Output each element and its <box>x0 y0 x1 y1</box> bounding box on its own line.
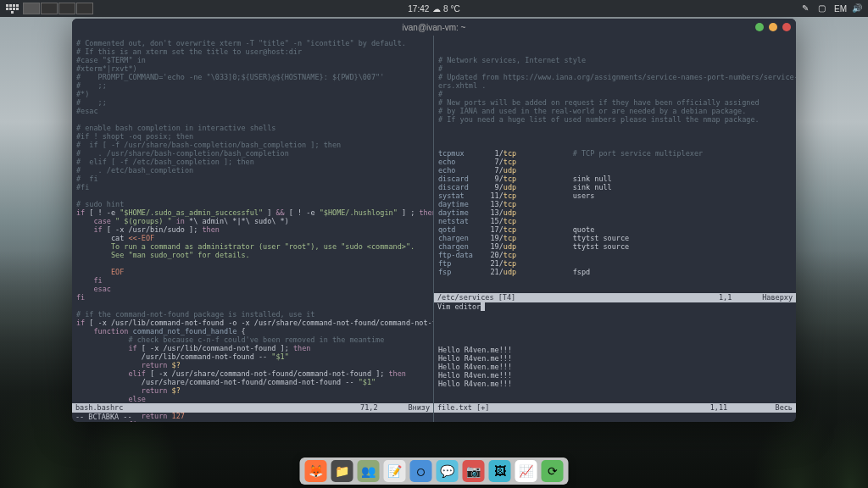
dock-text-editor-icon[interactable]: 📝 <box>384 460 406 482</box>
code-line: # . /usr/share/bash-completion/bash_comp… <box>76 149 429 158</box>
top-panel: 17:42 ☁ 8 °C ✎ ▢ EM 🔊 <box>0 0 868 17</box>
vim-cmdline-right <box>434 413 796 422</box>
dock-chat-icon[interactable]: 💬 <box>437 460 459 482</box>
code-line: #if ! shopt -oq posix; then <box>76 132 429 141</box>
service-row: ftp 21/tcp <box>438 259 792 268</box>
vim-editor-text: Vim editor <box>434 302 796 312</box>
vim-pane-right-bottom[interactable]: Hello R4ven.me!!!Hello R4ven.me!!!Hello … <box>434 312 796 403</box>
code-line <box>76 191 429 200</box>
code-line: cat <<-EOF <box>76 234 429 242</box>
dock-camera-icon[interactable]: 📷 <box>463 460 485 482</box>
volume-icon[interactable]: 🔊 <box>852 3 863 14</box>
code-line: if [ -x /usr/lib/command-not-found -o -x… <box>76 319 429 327</box>
dock-users-icon[interactable]: 👥 <box>358 460 380 482</box>
status-file: bash.bashrc <box>75 403 123 413</box>
vim-pane-left[interactable]: # Commented out, don't overwrite xterm -… <box>72 36 434 422</box>
dock-firefox-icon[interactable]: 🦊 <box>305 460 327 482</box>
code-line: # by IANA and used in the real-world or … <box>438 107 792 115</box>
minimize-button[interactable] <box>755 23 764 31</box>
service-row: tcpmux 1/tcp # TCP port service multiple… <box>438 149 792 158</box>
vim-mode: -- ВСТАВКА -- <box>72 413 433 422</box>
service-row: daytime 13/tcp <box>438 200 792 208</box>
code-line: To run a command as administrator (user … <box>76 242 429 251</box>
service-row: systat 11/tcp users <box>438 191 792 200</box>
close-button[interactable] <box>782 23 791 31</box>
weather[interactable]: ☁ 8 °C <box>432 4 459 14</box>
text-line: Hello R4ven.me!!! <box>438 354 792 363</box>
dock-updates-icon[interactable]: ⟳ <box>542 460 564 482</box>
code-line: /usr/lib/command-not-found -- "$1" <box>76 352 429 361</box>
code-line: return $? <box>76 386 429 395</box>
dock-chromium-icon[interactable]: ◯ <box>410 460 432 482</box>
titlebar[interactable]: ivan@ivan-vm: ~ <box>72 19 796 36</box>
text-line: Hello R4ven.me!!! <box>438 346 792 354</box>
code-line: # PROMPT_COMMAND='echo -ne "\033]0;${USE… <box>76 73 429 81</box>
service-row: netstat 15/tcp <box>438 217 792 225</box>
code-line: # if [ -f /usr/share/bash-completion/bas… <box>76 141 429 149</box>
code-line: else <box>76 395 429 403</box>
code-line: # check because c-n-f could've been remo… <box>76 336 429 344</box>
code-line: if [ ! -e "$HOME/.sudo_as_admin_successf… <box>76 208 429 217</box>
service-row: discard 9/udp sink null <box>438 183 792 191</box>
applications-icon[interactable] <box>5 2 19 15</box>
code-line: # ;; <box>76 98 429 107</box>
code-line: See "man sudo_root" for details. <box>76 251 429 259</box>
code-line <box>76 302 429 310</box>
code-line: # ;; <box>76 81 429 90</box>
code-line <box>76 259 429 268</box>
code-line: #xterm*|rxvt*) <box>76 64 429 73</box>
text-line: Hello R4ven.me!!! <box>438 371 792 380</box>
code-line: #fi <box>76 183 429 191</box>
maximize-button[interactable] <box>769 23 777 31</box>
code-line: elif [ -x /usr/share/command-not-found/c… <box>76 369 429 378</box>
service-row: discard 9/tcp sink null <box>438 175 792 183</box>
code-line: # Commented out, don't overwrite xterm -… <box>76 39 429 47</box>
statusline-left: bash.bashrc 71,2 Внизу <box>72 403 433 413</box>
workspace-3[interactable] <box>58 3 75 14</box>
square-icon[interactable]: ▢ <box>818 3 829 14</box>
dock: 🦊📁👥📝◯💬📷🖼📈⟳ <box>300 458 569 485</box>
workspace-4[interactable] <box>76 3 93 14</box>
code-line: # New ports will be added on request if … <box>438 98 792 107</box>
code-line: /usr/share/command-not-found/command-not… <box>76 378 429 386</box>
service-row: echo 7/tcp <box>438 158 792 166</box>
code-line: # fi <box>76 175 429 183</box>
code-line: return $? <box>76 361 429 369</box>
code-line <box>76 115 429 124</box>
workspace-2[interactable] <box>41 3 58 14</box>
statusline-right-bottom: file.txt [+] 1,11 Весь <box>434 403 796 413</box>
code-line: # Network services, Internet style <box>438 56 792 64</box>
service-row: fsp 21/udp fspd <box>438 268 792 276</box>
statusline-right-top: /etc/services [T4] 1,1 Наверху <box>434 293 796 302</box>
dock-monitor-icon[interactable]: 📈 <box>515 460 537 482</box>
code-line: ers.xhtml . <box>438 81 792 90</box>
code-line: #case "$TERM" in <box>76 56 429 64</box>
code-line: fi <box>76 293 429 302</box>
code-line: # <box>438 64 792 73</box>
keyboard-layout[interactable]: EM <box>834 4 847 14</box>
code-line: #esac <box>76 107 429 115</box>
vim-pane-right-top[interactable]: # Network services, Internet style## Upd… <box>434 36 796 293</box>
clock[interactable]: 17:42 <box>408 4 429 14</box>
service-row: chargen 19/tcp ttytst source <box>438 234 792 242</box>
code-line: fi <box>76 276 429 285</box>
code-line: # If this is an xterm set the title to u… <box>76 47 429 56</box>
service-row: chargen 19/udp ttytst source <box>438 242 792 251</box>
dock-pictures-icon[interactable]: 🖼 <box>489 460 511 482</box>
status-file: file.txt [+] <box>437 403 489 413</box>
code-line <box>438 124 792 132</box>
service-row: daytime 13/udp <box>438 208 792 217</box>
workspace-1[interactable] <box>23 3 40 14</box>
code-line: # . /etc/bash_completion <box>76 166 429 175</box>
pencil-icon[interactable]: ✎ <box>802 3 813 14</box>
dock-files-icon[interactable]: 📁 <box>331 460 353 482</box>
code-line: # sudo hint <box>76 200 429 208</box>
code-line: # If you need a huge list of used number… <box>438 115 792 124</box>
code-line: case " $(groups) " in *\ admin\ *|*\ sud… <box>76 217 429 225</box>
text-line: Hello R4ven.me!!! <box>438 363 792 371</box>
code-line: esac <box>76 285 429 293</box>
code-line: function command_not_found_handle { <box>76 327 429 336</box>
text-line: Hello R4ven.me!!! <box>438 380 792 388</box>
code-line: # Updated from https://www.iana.org/assi… <box>438 73 792 81</box>
code-line: # elif [ -f /etc/bash_completion ]; then <box>76 158 429 166</box>
